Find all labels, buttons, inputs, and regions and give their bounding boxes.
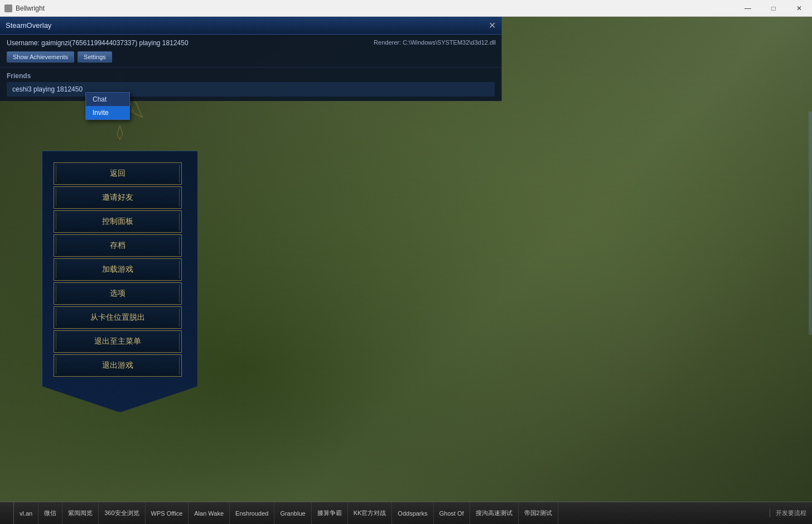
taskbar-start — [0, 502, 14, 524]
settings-button[interactable]: Settings — [78, 51, 112, 63]
friend-row[interactable]: ceshi3 playing 1812450 — [7, 82, 495, 97]
taskbar-item-5[interactable]: Alan Wake — [188, 502, 230, 524]
menu-button-2[interactable]: 控制面板 — [54, 210, 182, 233]
menu-button-5[interactable]: 选项 — [54, 282, 182, 305]
taskbar-right: 开发要流程 — [770, 509, 812, 517]
title-bar-controls: — □ ✕ — [735, 0, 812, 17]
taskbar-item-13[interactable]: 帝国2测试 — [519, 502, 558, 524]
close-window-button[interactable]: ✕ — [786, 0, 812, 17]
taskbar-item-1[interactable]: 微信 — [38, 502, 62, 524]
menu-button-7[interactable]: 退出至主菜单 — [54, 330, 182, 353]
menu-button-6[interactable]: 从卡住位置脱出 — [54, 306, 182, 329]
taskbar-item-0[interactable]: vl.an — [14, 502, 38, 524]
taskbar-item-6[interactable]: Enshrouded — [230, 502, 274, 524]
taskbar-item-4[interactable]: WPS Office — [146, 502, 189, 524]
overlay-actions: Show Achievements Settings — [7, 51, 495, 63]
taskbar-right-item: 开发要流程 — [776, 509, 806, 517]
taskbar-item-11[interactable]: Ghost Of — [434, 502, 470, 524]
taskbar-item-10[interactable]: Oddsparks — [392, 502, 433, 524]
overlay-titlebar: SteamOverlay ✕ — [0, 17, 501, 35]
title-bar-left: Bellwright — [0, 4, 45, 12]
menu-button-8[interactable]: 退出游戏 — [54, 354, 182, 377]
steam-overlay-panel: SteamOverlay ✕ Renderer: C:\Windows\SYST… — [0, 17, 502, 101]
context-menu-chat[interactable]: Chat — [86, 93, 129, 106]
taskbar-item-2[interactable]: 紫阅阅览 — [62, 502, 99, 524]
context-menu-invite[interactable]: Invite — [86, 106, 129, 119]
svg-marker-3 — [117, 126, 123, 140]
window-title: Bellwright — [16, 4, 45, 12]
taskbar: vl.an微信紫阅阅览360安全浏览WPS OfficeAlan WakeEns… — [0, 502, 812, 524]
menu-button-0[interactable]: 返回 — [54, 162, 182, 185]
friend-name: ceshi3 playing 1812450 — [12, 85, 83, 93]
menu-button-3[interactable]: 存档 — [54, 234, 182, 257]
taskbar-item-3[interactable]: 360安全浏览 — [99, 502, 145, 524]
friends-section: Friends ceshi3 playing 1812450 — [0, 68, 501, 101]
context-menu: Chat Invite — [85, 92, 130, 120]
friends-label: Friends — [7, 72, 495, 80]
app-icon — [4, 4, 12, 12]
menu-button-4[interactable]: 加载游戏 — [54, 258, 182, 281]
right-scroll-indicator — [809, 112, 812, 335]
show-achievements-button[interactable]: Show Achievements — [7, 51, 74, 63]
menu-buttons-container: 返回邀请好友控制面板存档加载游戏选项从卡住位置脱出退出至主菜单退出游戏 — [54, 162, 186, 378]
taskbar-item-7[interactable]: Granblue — [274, 502, 311, 524]
menu-banner: 返回邀请好友控制面板存档加载游戏选项从卡住位置脱出退出至主菜单退出游戏 — [42, 151, 198, 412]
taskbar-item-9[interactable]: KK官方对战 — [348, 502, 393, 524]
maximize-button[interactable]: □ — [761, 0, 786, 17]
taskbar-item-8[interactable]: 膝算争霸 — [312, 502, 348, 524]
minimize-button[interactable]: — — [735, 0, 761, 17]
overlay-title: SteamOverlay — [6, 21, 51, 30]
taskbar-item-12[interactable]: 搜沟高速测试 — [470, 502, 519, 524]
menu-button-1[interactable]: 邀请好友 — [54, 186, 182, 209]
taskbar-items: vl.an微信紫阅阅览360安全浏览WPS OfficeAlan WakeEns… — [14, 502, 770, 524]
title-bar: Bellwright — □ ✕ — [0, 0, 812, 17]
overlay-close-button[interactable]: ✕ — [489, 21, 496, 30]
overlay-renderer-text: Renderer: C:\Windows\SYSTEM32\d3d12.dll — [374, 39, 496, 46]
